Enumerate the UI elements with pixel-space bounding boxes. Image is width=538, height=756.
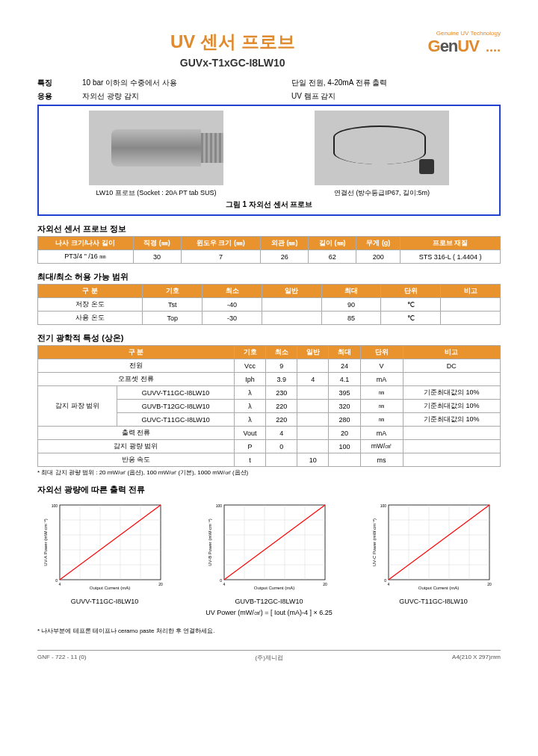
td <box>403 427 500 440</box>
td <box>441 312 501 325</box>
td: 감지 파장 범위 <box>38 386 117 427</box>
chart-formula: UV Power (mW/㎠) = [ Iout (mA)-4 ] × 6.25 <box>37 608 501 618</box>
application-2: UV 램프 감지 <box>291 91 501 102</box>
td: 24 <box>329 359 360 373</box>
td: ℃ <box>381 298 441 312</box>
cable-photo <box>315 111 449 185</box>
td: 230 <box>266 386 297 400</box>
chart-3-svg: Output Current (mA) UV-C Power (mW·cm⁻²)… <box>370 501 497 595</box>
td <box>329 453 360 467</box>
td: 20 <box>329 427 360 440</box>
probe-info-table: 나사 크기/나사 길이 직경 (㎜) 윈도우 크기 (㎜) 외관 (㎜) 길이 … <box>37 236 501 264</box>
td: ㎚ <box>360 400 403 413</box>
td: 전원 <box>38 359 235 373</box>
td: 220 <box>266 413 297 427</box>
table1-title: 자외선 센서 프로브 정보 <box>37 223 501 235</box>
td <box>262 312 321 325</box>
svg-text:20: 20 <box>323 582 327 586</box>
td <box>297 427 329 440</box>
footer-left: GNF - 722 - 11 (0) <box>37 654 86 662</box>
td: λ <box>234 400 265 413</box>
range-table: 구 분 기호 최소 일반 최대 단위 비고 저장 온도 Tst -40 90 ℃… <box>37 284 501 325</box>
td: 4 <box>266 427 297 440</box>
logo-tagline: Genuine UV Technology <box>428 30 501 37</box>
td: 280 <box>329 413 360 427</box>
logo-en: en <box>440 37 458 55</box>
table-row: 사용 온도 Top -30 85 ℃ <box>38 312 501 325</box>
chart-2-label: GUVB-T12GC-I8LW10 <box>202 598 336 605</box>
th: 외관 (㎜) <box>261 237 309 250</box>
td <box>266 453 297 467</box>
logo-text: GenUV <box>428 37 501 56</box>
features-label: 특징 <box>37 78 82 88</box>
table-row: 구 분 기호 최소 일반 최대 단위 비고 <box>38 346 501 359</box>
table-row: 감지 광량 범위 P 0 100 mW/㎠ <box>38 440 501 453</box>
table2-title: 최대/최소 허용 가능 범위 <box>37 271 501 282</box>
td: DC <box>403 359 500 373</box>
th: 최대 <box>329 346 360 359</box>
td <box>403 373 500 386</box>
td: 사용 온도 <box>38 312 143 325</box>
td: 10 <box>297 453 329 467</box>
td: Top <box>143 312 202 325</box>
chart-1-label: GUVV-T11GC-I8LW10 <box>37 598 172 605</box>
th: 직경 (㎜) <box>133 237 181 250</box>
td: ㎚ <box>360 386 403 400</box>
cable-caption: 연결선 (방수등급IP67, 길이:5m) <box>315 188 449 198</box>
td: Iph <box>234 373 265 386</box>
svg-text:4: 4 <box>388 582 390 586</box>
features-row: 특징 10 bar 이하의 수중에서 사용 단일 전원, 4-20mA 전류 출… <box>37 78 501 88</box>
td <box>403 453 500 467</box>
td: 저장 온도 <box>38 298 143 312</box>
svg-text:0: 0 <box>384 578 386 583</box>
td: 200 <box>356 250 401 264</box>
th: 구 분 <box>38 346 235 359</box>
th: 일반 <box>297 346 329 359</box>
feature-2: 단일 전원, 4-20mA 전류 출력 <box>291 78 501 88</box>
td: λ <box>234 386 265 400</box>
table-row: 나사 크기/나사 길이 직경 (㎜) 윈도우 크기 (㎜) 외관 (㎜) 길이 … <box>38 237 501 250</box>
td <box>441 298 501 312</box>
td: 출력 전류 <box>38 427 235 440</box>
td: 기준최대값의 10% <box>403 400 500 413</box>
td: 3.9 <box>266 373 297 386</box>
td: GUVC-T11GC-I8LW10 <box>117 413 235 427</box>
chart-2-svg: Output Current (mA) UV-B Power (mW·cm⁻²)… <box>205 501 333 595</box>
svg-line-37 <box>389 505 489 580</box>
th: 최소 <box>202 285 262 298</box>
svg-text:0: 0 <box>55 578 58 583</box>
chart-ylabel: UV-A Power (mW·cm⁻²) <box>43 518 48 566</box>
td: ℃ <box>381 312 441 325</box>
th: 일반 <box>262 285 321 298</box>
footer-center: (주)제니컴 <box>256 654 283 662</box>
footer: GNF - 722 - 11 (0) (주)제니컴 A4(210 X 297)m… <box>37 650 501 662</box>
svg-line-23 <box>224 505 325 580</box>
td: mA <box>360 373 403 386</box>
td: 320 <box>329 400 360 413</box>
th: 윈도우 크기 (㎜) <box>181 237 261 250</box>
application-1: 자외선 광량 감지 <box>82 91 291 102</box>
td: 4 <box>297 373 329 386</box>
svg-line-9 <box>60 505 161 580</box>
probe-icon <box>111 129 201 167</box>
th: 기호 <box>143 285 202 298</box>
td: ms <box>360 453 403 467</box>
svg-text:20: 20 <box>487 582 492 586</box>
td: 220 <box>266 400 297 413</box>
th: 단위 <box>360 346 403 359</box>
logo-g: G <box>428 37 440 55</box>
table-row: PT3/4 " /16 ㎜ 30 7 26 62 200 STS 316-L (… <box>38 250 501 264</box>
td: V <box>360 359 403 373</box>
probe-photo <box>89 111 223 185</box>
th: 최대 <box>321 285 381 298</box>
footnote: * 나사부분에 테프론 테이프나 ceramo paste 처리한 후 연결하세… <box>37 627 501 635</box>
chart-ylabel: UV-B Power (mW·cm⁻²) <box>208 518 212 566</box>
td: Vcc <box>234 359 265 373</box>
title-block: UV 센서 프로브 GUVx-T1xGC-I8LW10 <box>37 30 428 69</box>
th: 기호 <box>234 346 265 359</box>
td: t <box>234 453 265 467</box>
td: 반응 속도 <box>38 453 235 467</box>
applications-row: 응용 자외선 광량 감지 UV 램프 감지 <box>37 91 501 102</box>
chart-1-svg: Output Current (mA) UV-A Power (mW·cm⁻²)… <box>41 501 168 595</box>
table3-note: * 최대 감지 광량 범위 : 20 mW/㎠ (옵션), 100 mW/㎠ (… <box>37 468 501 477</box>
